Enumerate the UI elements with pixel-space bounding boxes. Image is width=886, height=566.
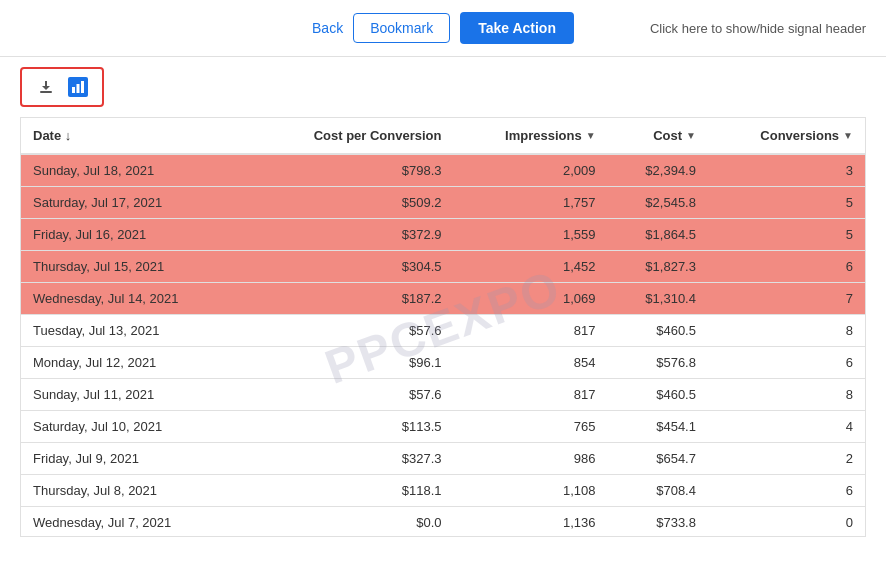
cell-cost-per-conversion: $96.1 xyxy=(249,347,453,379)
cell-conversions: 5 xyxy=(708,219,865,251)
cell-cost-per-conversion: $372.9 xyxy=(249,219,453,251)
cell-date: Friday, Jul 9, 2021 xyxy=(21,443,249,475)
cell-cost: $708.4 xyxy=(608,475,708,507)
download-button[interactable] xyxy=(32,75,60,99)
chart-button[interactable] xyxy=(64,75,92,99)
table-container[interactable]: Date ↓ Cost per Conversion Impressions ▼… xyxy=(20,117,866,537)
cell-impressions: 1,136 xyxy=(453,507,607,538)
cell-conversions: 6 xyxy=(708,475,865,507)
col-date: Date ↓ xyxy=(21,118,249,154)
col-cost-per-conversion: Cost per Conversion xyxy=(249,118,453,154)
table-row: Sunday, Jul 11, 2021$57.6817$460.58 xyxy=(21,379,865,411)
table-row: Saturday, Jul 10, 2021$113.5765$454.14 xyxy=(21,411,865,443)
table-row: Friday, Jul 16, 2021$372.91,559$1,864.55 xyxy=(21,219,865,251)
cell-date: Friday, Jul 16, 2021 xyxy=(21,219,249,251)
table-row: Thursday, Jul 15, 2021$304.51,452$1,827.… xyxy=(21,251,865,283)
cell-date: Sunday, Jul 11, 2021 xyxy=(21,379,249,411)
cell-conversions: 3 xyxy=(708,154,865,187)
chart-icon xyxy=(68,77,88,97)
cell-impressions: 2,009 xyxy=(453,154,607,187)
col-cost[interactable]: Cost ▼ xyxy=(608,118,708,154)
cell-impressions: 1,559 xyxy=(453,219,607,251)
table-row: Tuesday, Jul 13, 2021$57.6817$460.58 xyxy=(21,315,865,347)
table-row: Wednesday, Jul 7, 2021$0.01,136$733.80 xyxy=(21,507,865,538)
table-row: Monday, Jul 12, 2021$96.1854$576.86 xyxy=(21,347,865,379)
cell-cost-per-conversion: $187.2 xyxy=(249,283,453,315)
cell-conversions: 5 xyxy=(708,187,865,219)
cell-impressions: 817 xyxy=(453,315,607,347)
table-header: Date ↓ Cost per Conversion Impressions ▼… xyxy=(21,118,865,154)
cell-date: Tuesday, Jul 13, 2021 xyxy=(21,315,249,347)
cell-cost: $454.1 xyxy=(608,411,708,443)
svg-rect-0 xyxy=(40,91,52,93)
cell-cost-per-conversion: $0.0 xyxy=(249,507,453,538)
header-actions: Back Bookmark Take Action xyxy=(312,12,574,44)
cell-date: Thursday, Jul 15, 2021 xyxy=(21,251,249,283)
cell-cost: $733.8 xyxy=(608,507,708,538)
cell-cost-per-conversion: $118.1 xyxy=(249,475,453,507)
cell-impressions: 817 xyxy=(453,379,607,411)
table-row: Friday, Jul 9, 2021$327.3986$654.72 xyxy=(21,443,865,475)
cell-cost-per-conversion: $57.6 xyxy=(249,379,453,411)
cell-cost-per-conversion: $327.3 xyxy=(249,443,453,475)
cell-conversions: 8 xyxy=(708,315,865,347)
cell-cost: $576.8 xyxy=(608,347,708,379)
cell-cost-per-conversion: $113.5 xyxy=(249,411,453,443)
cell-cost-per-conversion: $57.6 xyxy=(249,315,453,347)
impressions-filter-icon[interactable]: ▼ xyxy=(586,130,596,141)
cost-filter-icon[interactable]: ▼ xyxy=(686,130,696,141)
cell-conversions: 6 xyxy=(708,347,865,379)
svg-rect-2 xyxy=(77,84,80,93)
cell-conversions: 4 xyxy=(708,411,865,443)
cell-cost: $2,394.9 xyxy=(608,154,708,187)
cell-impressions: 1,452 xyxy=(453,251,607,283)
cell-date: Saturday, Jul 17, 2021 xyxy=(21,187,249,219)
table-row: Sunday, Jul 18, 2021$798.32,009$2,394.93 xyxy=(21,154,865,187)
cell-conversions: 6 xyxy=(708,251,865,283)
cell-date: Monday, Jul 12, 2021 xyxy=(21,347,249,379)
cell-impressions: 1,069 xyxy=(453,283,607,315)
cell-date: Saturday, Jul 10, 2021 xyxy=(21,411,249,443)
cell-cost-per-conversion: $304.5 xyxy=(249,251,453,283)
cell-cost: $460.5 xyxy=(608,379,708,411)
cell-impressions: 986 xyxy=(453,443,607,475)
cell-conversions: 7 xyxy=(708,283,865,315)
cell-impressions: 765 xyxy=(453,411,607,443)
cell-cost-per-conversion: $798.3 xyxy=(249,154,453,187)
cell-cost: $654.7 xyxy=(608,443,708,475)
table-row: Wednesday, Jul 14, 2021$187.21,069$1,310… xyxy=(21,283,865,315)
table-row: Saturday, Jul 17, 2021$509.21,757$2,545.… xyxy=(21,187,865,219)
cell-cost: $1,310.4 xyxy=(608,283,708,315)
table-wrapper: Date ↓ Cost per Conversion Impressions ▼… xyxy=(0,117,886,537)
header-bar: Back Bookmark Take Action Click here to … xyxy=(0,0,886,57)
download-icon xyxy=(36,77,56,97)
table-row: Thursday, Jul 8, 2021$118.11,108$708.46 xyxy=(21,475,865,507)
cell-cost: $460.5 xyxy=(608,315,708,347)
svg-rect-3 xyxy=(81,81,84,93)
cell-date: Wednesday, Jul 14, 2021 xyxy=(21,283,249,315)
cell-impressions: 1,757 xyxy=(453,187,607,219)
cell-cost: $2,545.8 xyxy=(608,187,708,219)
cell-conversions: 2 xyxy=(708,443,865,475)
take-action-button[interactable]: Take Action xyxy=(460,12,574,44)
conversions-filter-icon[interactable]: ▼ xyxy=(843,130,853,141)
icon-box xyxy=(20,67,104,107)
cell-impressions: 1,108 xyxy=(453,475,607,507)
bookmark-button[interactable]: Bookmark xyxy=(353,13,450,43)
cell-cost: $1,864.5 xyxy=(608,219,708,251)
cell-cost-per-conversion: $509.2 xyxy=(249,187,453,219)
col-impressions[interactable]: Impressions ▼ xyxy=(453,118,607,154)
table-body: Sunday, Jul 18, 2021$798.32,009$2,394.93… xyxy=(21,154,865,537)
toolbar-area xyxy=(0,57,886,117)
cell-impressions: 854 xyxy=(453,347,607,379)
cell-conversions: 0 xyxy=(708,507,865,538)
back-button[interactable]: Back xyxy=(312,20,343,36)
cell-date: Wednesday, Jul 7, 2021 xyxy=(21,507,249,538)
svg-rect-1 xyxy=(72,87,75,93)
cell-cost: $1,827.3 xyxy=(608,251,708,283)
cell-date: Thursday, Jul 8, 2021 xyxy=(21,475,249,507)
cell-date: Sunday, Jul 18, 2021 xyxy=(21,154,249,187)
col-conversions[interactable]: Conversions ▼ xyxy=(708,118,865,154)
header-hint: Click here to show/hide signal header xyxy=(650,21,866,36)
cell-conversions: 8 xyxy=(708,379,865,411)
